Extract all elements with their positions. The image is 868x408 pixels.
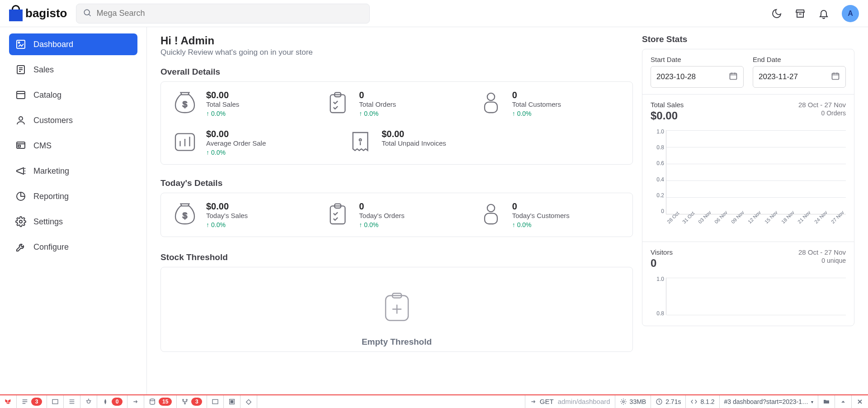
- debug-gate[interactable]: [224, 395, 241, 408]
- debug-session[interactable]: [241, 395, 257, 408]
- brand-name: bagisto: [25, 6, 67, 20]
- svg-point-10: [19, 117, 23, 120]
- stock-empty-card: Empty Threshold: [160, 267, 633, 352]
- stat-total-customers: 0 Total Customers ↑ 0.0%: [478, 90, 622, 117]
- sidebar-item-configure[interactable]: Configure: [9, 236, 137, 258]
- svg-rect-58: [231, 400, 233, 403]
- stat-label: Total Orders: [359, 100, 396, 108]
- stat-avg-order-sale: $0.00 Average Order Sale ↑ 0.0%: [172, 129, 316, 156]
- panel-heading: Total Sales: [651, 101, 684, 109]
- debug-views[interactable]: 0: [97, 395, 127, 408]
- end-date-input[interactable]: 2023-11-27: [753, 66, 846, 88]
- stat-delta: ↑ 0.0%: [206, 110, 239, 117]
- panel-heading: Visitors: [651, 248, 673, 256]
- stat-label: Total Customers: [512, 100, 561, 108]
- debug-request[interactable]: GET admin/dashboard: [525, 395, 615, 408]
- stat-today-sales: $ $0.00 Today's Sales ↑ 0.0%: [172, 201, 316, 228]
- sidebar-item-label: Configure: [33, 242, 69, 252]
- debug-select[interactable]: #3 dashboard?start=2023-1… ▾: [719, 395, 818, 408]
- debug-messages[interactable]: 3: [17, 395, 47, 408]
- reporting-icon: [15, 191, 26, 202]
- svg-rect-44: [52, 399, 58, 403]
- store-icon[interactable]: [795, 8, 806, 19]
- sidebar-item-settings[interactable]: Settings: [9, 211, 137, 232]
- svg-point-3: [19, 42, 20, 43]
- customers-icon: [15, 115, 26, 126]
- sidebar-item-cms[interactable]: CMS: [9, 135, 137, 157]
- stat-value: 0: [512, 90, 561, 100]
- brand-logo[interactable]: bagisto: [9, 6, 67, 21]
- visitors-chart: 1.00.8: [651, 276, 846, 317]
- debug-exceptions[interactable]: [64, 395, 80, 408]
- debug-timeline[interactable]: [47, 395, 64, 408]
- stat-value: 0: [512, 201, 570, 212]
- debug-bug[interactable]: [80, 395, 97, 408]
- stat-value: $0.00: [206, 129, 266, 139]
- today-card: $ $0.00 Today's Sales ↑ 0.0% 0 Today's O…: [160, 193, 633, 237]
- svg-point-15: [19, 220, 22, 223]
- stat-unpaid-invoices: $0.00 Total Unpaid Invoices: [347, 129, 446, 156]
- debug-close-icon[interactable]: [851, 395, 868, 408]
- panel-range: 28 Oct - 27 Nov: [798, 101, 846, 109]
- stat-today-customers: 0 Today's Customers ↑ 0.0%: [478, 201, 622, 228]
- sidebar-item-label: Dashboard: [33, 40, 73, 49]
- stat-label: Total Sales: [206, 100, 239, 108]
- theme-toggle-icon[interactable]: [771, 8, 782, 19]
- search-box[interactable]: [76, 4, 370, 24]
- clipboard-icon: [325, 201, 351, 228]
- svg-line-51: [90, 400, 91, 401]
- sidebar-item-label: Marketing: [33, 166, 69, 176]
- bell-icon[interactable]: [818, 8, 829, 19]
- sidebar-item-sales[interactable]: Sales: [9, 59, 137, 81]
- stat-value: 0: [359, 201, 404, 212]
- start-date-label: Start Date: [651, 56, 744, 63]
- stat-value: $0.00: [382, 129, 446, 139]
- visitors-panel: Visitors 28 Oct - 27 Nov 0 0 unique 1.00…: [642, 242, 854, 326]
- debug-models[interactable]: 3: [177, 395, 207, 408]
- sidebar-item-reporting[interactable]: Reporting: [9, 185, 137, 207]
- sidebar-item-dashboard[interactable]: Dashboard: [9, 33, 137, 55]
- empty-threshold-icon: [379, 290, 415, 326]
- sidebar-item-catalog[interactable]: Catalog: [9, 84, 137, 106]
- svg-rect-20: [485, 102, 497, 113]
- svg-rect-8: [17, 91, 25, 99]
- debug-collapse-icon[interactable]: [835, 395, 851, 408]
- sidebar-item-customers[interactable]: Customers: [9, 109, 137, 131]
- debug-time[interactable]: 2.71s: [651, 395, 685, 408]
- debug-route[interactable]: [127, 395, 144, 408]
- avatar-initial: A: [848, 9, 853, 18]
- debug-queries[interactable]: 15: [144, 395, 177, 408]
- bar-chart-icon: [172, 129, 198, 155]
- search-input[interactable]: [96, 9, 363, 18]
- debug-mails[interactable]: [207, 395, 224, 408]
- sidebar-item-marketing[interactable]: Marketing: [9, 160, 137, 182]
- debug-laravel-icon[interactable]: [0, 395, 17, 408]
- svg-point-30: [487, 204, 494, 212]
- svg-rect-13: [18, 145, 20, 147]
- calendar-icon: [729, 71, 738, 83]
- money-bag-icon: $: [172, 90, 198, 116]
- configure-icon: [15, 242, 26, 252]
- debug-version[interactable]: 8.1.2: [685, 395, 719, 408]
- debug-folder-icon[interactable]: [818, 395, 835, 408]
- debug-mem[interactable]: 33MB: [615, 395, 651, 408]
- stat-value: $0.00: [206, 90, 239, 100]
- stat-label: Average Order Sale: [206, 139, 266, 147]
- search-icon: [83, 8, 92, 19]
- empty-label: Empty Threshold: [362, 337, 432, 347]
- svg-point-48: [87, 400, 90, 403]
- sidebar: Dashboard Sales Catalog Customers CMS Ma…: [0, 27, 147, 394]
- stat-label: Today's Customers: [512, 212, 570, 219]
- start-date-input[interactable]: 2023-10-28: [651, 66, 744, 88]
- sidebar-item-label: CMS: [33, 141, 52, 151]
- store-stats-panel: Start Date 2023-10-28 End Date 2023-11-2…: [642, 49, 854, 326]
- overall-card: $ $0.00 Total Sales ↑ 0.0% 0 Total Order…: [160, 81, 633, 165]
- person-icon: [478, 201, 504, 228]
- svg-point-59: [623, 401, 624, 403]
- sidebar-item-label: Reporting: [33, 192, 69, 201]
- avatar[interactable]: A: [842, 5, 859, 22]
- clipboard-icon: [325, 90, 351, 116]
- stat-delta: ↑ 0.0%: [359, 221, 404, 228]
- svg-line-50: [86, 400, 87, 401]
- panel-value: $0.00: [651, 109, 678, 122]
